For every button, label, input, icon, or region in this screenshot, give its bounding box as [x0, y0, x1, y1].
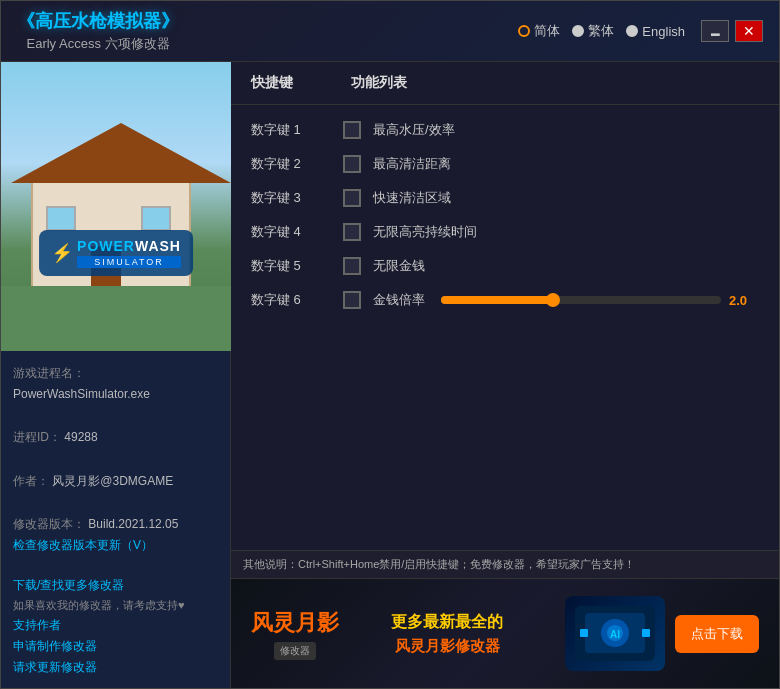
feature-name-4: 无限高亮持续时间 [373, 223, 759, 241]
checkbox-3[interactable] [343, 189, 361, 207]
brand-icon: ⚡ [51, 244, 73, 262]
version-info: 修改器版本： Build.2021.12.05 [13, 514, 218, 536]
app-title: 《高压水枪模拟器》 [17, 9, 179, 33]
notice-text: 其他说明：Ctrl+Shift+Home禁用/启用快捷键；免费修改器，希望玩家广… [243, 558, 635, 570]
hotkey-6: 数字键 6 [251, 291, 331, 309]
lang-traditional[interactable]: 繁体 [572, 22, 614, 40]
slider-value-6: 2.0 [729, 293, 759, 308]
powerwash-brand: ⚡ POWER WASH SIMULATOR [39, 230, 193, 276]
feature-row-4: 数字键 4 无限高亮持续时间 [231, 215, 779, 249]
download-button[interactable]: 点击下载 [675, 615, 759, 653]
author-label: 作者： [13, 474, 49, 488]
minimize-button[interactable]: 🗕 [701, 20, 729, 42]
slider-thumb[interactable] [546, 293, 560, 307]
feature-name-6: 金钱倍率 [373, 291, 433, 309]
request-update-link[interactable]: 请求更新修改器 [13, 659, 218, 676]
pid-label: 进程ID： [13, 430, 61, 444]
checkbox-4[interactable] [343, 223, 361, 241]
brand-wash: WASH [135, 238, 181, 254]
features-list: 数字键 1 最高水压/效率 数字键 2 最高清洁距离 数字键 3 快速清洁区域 [231, 105, 779, 550]
process-label: 游戏进程名： [13, 366, 85, 380]
svg-text:AI: AI [610, 629, 620, 640]
feature-row-5: 数字键 5 无限金钱 [231, 249, 779, 283]
ad-logo-main: 风灵月影 [251, 608, 339, 638]
pid-info: 进程ID： 49288 [13, 427, 218, 449]
support-author-link[interactable]: 支持作者 [13, 617, 218, 634]
checkbox-5[interactable] [343, 257, 361, 275]
feature-name-5: 无限金钱 [373, 257, 759, 275]
feature-name-3: 快速清洁区域 [373, 189, 759, 207]
author-name: 风灵月影@3DMGAME [52, 474, 173, 488]
radio-traditional [572, 25, 584, 37]
header-feature: 功能列表 [351, 74, 759, 92]
ad-graphic: AI [565, 596, 665, 671]
title-bar: 《高压水枪模拟器》 Early Access 六项修改器 简体 繁体 Engli… [1, 1, 779, 62]
title-left: 《高压水枪模拟器》 Early Access 六项修改器 [17, 9, 179, 53]
brand-simulator: SIMULATOR [77, 256, 181, 268]
feature-row-1: 数字键 1 最高水压/效率 [231, 113, 779, 147]
request-trainer-link[interactable]: 申请制作修改器 [13, 638, 218, 655]
version-label: 修改器版本： [13, 517, 85, 531]
ad-banner: 风灵月影 修改器 更多最新最全的 风灵月影修改器 AI [231, 578, 779, 688]
features-header: 快捷键 功能列表 [231, 62, 779, 105]
check-update-link[interactable]: 检查修改器版本更新（V） [13, 535, 218, 557]
version-value: Build.2021.12.05 [88, 517, 178, 531]
house-window-right [141, 206, 171, 231]
app-subtitle: Early Access 六项修改器 [26, 35, 169, 53]
ground [1, 286, 231, 351]
feature-name-1: 最高水压/效率 [373, 121, 759, 139]
header-hotkey: 快捷键 [251, 74, 351, 92]
author-info: 作者： 风灵月影@3DMGAME [13, 471, 218, 493]
app-window: 《高压水枪模拟器》 Early Access 六项修改器 简体 繁体 Engli… [0, 0, 780, 689]
house-roof [11, 123, 231, 183]
pid-value: 49288 [64, 430, 97, 444]
ad-logo-badge: 修改器 [274, 642, 316, 660]
main-content: ⚡ POWER WASH SIMULATOR 游戏进程名： [1, 62, 779, 688]
hotkey-5: 数字键 5 [251, 257, 331, 275]
feature-row-2: 数字键 2 最高清洁距离 [231, 147, 779, 181]
left-panel: ⚡ POWER WASH SIMULATOR 游戏进程名： [1, 62, 231, 688]
game-scene: ⚡ POWER WASH SIMULATOR [1, 62, 231, 351]
process-info: 游戏进程名： PowerWashSimulator.exe [13, 363, 218, 406]
ad-text-center: 更多最新最全的 风灵月影修改器 [339, 612, 555, 656]
right-panel: 快捷键 功能列表 数字键 1 最高水压/效率 数字键 2 最高清洁距离 [231, 62, 779, 688]
feature-row-3: 数字键 3 快速清洁区域 [231, 181, 779, 215]
download-link[interactable]: 下载/查找更多修改器 [13, 577, 218, 594]
game-info: 游戏进程名： PowerWashSimulator.exe 进程ID： 4928… [1, 351, 230, 569]
checkbox-2[interactable] [343, 155, 361, 173]
window-controls: 🗕 ✕ [701, 20, 763, 42]
notice-bar: 其他说明：Ctrl+Shift+Home禁用/启用快捷键；免费修改器，希望玩家广… [231, 550, 779, 578]
radio-simplified [518, 25, 530, 37]
ad-subheadline: 风灵月影修改器 [339, 637, 555, 656]
support-text: 如果喜欢我的修改器，请考虑支持♥ [13, 598, 218, 613]
checkbox-1[interactable] [343, 121, 361, 139]
process-name: PowerWashSimulator.exe [13, 387, 150, 401]
lang-english[interactable]: English [626, 24, 685, 39]
slider-fill [441, 296, 553, 304]
house-window-left [46, 206, 76, 231]
svg-rect-5 [580, 629, 588, 637]
brand-power: POWER [77, 238, 135, 254]
hotkey-1: 数字键 1 [251, 121, 331, 139]
close-button[interactable]: ✕ [735, 20, 763, 42]
lang-simplified[interactable]: 简体 [518, 22, 560, 40]
svg-rect-6 [642, 629, 650, 637]
lang-english-label: English [642, 24, 685, 39]
slider-container-6: 金钱倍率 2.0 [373, 291, 759, 309]
feature-name-2: 最高清洁距离 [373, 155, 759, 173]
title-right: 简体 繁体 English 🗕 ✕ [518, 20, 763, 42]
radio-english [626, 25, 638, 37]
lang-simplified-label: 简体 [534, 22, 560, 40]
hotkey-4: 数字键 4 [251, 223, 331, 241]
ad-headline: 更多最新最全的 [339, 612, 555, 633]
checkbox-6[interactable] [343, 291, 361, 309]
hotkey-2: 数字键 2 [251, 155, 331, 173]
money-multiplier-slider[interactable] [441, 296, 721, 304]
language-options: 简体 繁体 English [518, 22, 685, 40]
hotkey-3: 数字键 3 [251, 189, 331, 207]
lang-traditional-label: 繁体 [588, 22, 614, 40]
ad-logo: 风灵月影 修改器 [251, 608, 339, 660]
bottom-links: 下载/查找更多修改器 如果喜欢我的修改器，请考虑支持♥ 支持作者 申请制作修改器… [1, 569, 230, 688]
feature-row-6: 数字键 6 金钱倍率 2.0 [231, 283, 779, 317]
